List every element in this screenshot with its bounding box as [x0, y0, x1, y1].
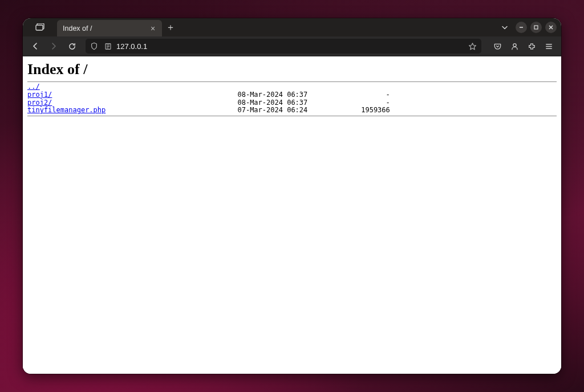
nav-back-button[interactable] — [27, 38, 43, 54]
save-to-pocket-icon[interactable] — [489, 38, 505, 54]
tracking-protection-icon[interactable] — [89, 42, 99, 50]
tabs-dropdown-button[interactable] — [496, 18, 513, 36]
desktop-background: Index of / × ＋ — [0, 0, 584, 392]
browser-tab[interactable]: Index of / × — [57, 20, 162, 36]
window-maximize-button[interactable] — [530, 22, 542, 33]
svg-line-4 — [549, 26, 553, 29]
window-close-button[interactable] — [545, 22, 557, 33]
address-bar[interactable]: 127.0.0.1 — [86, 39, 481, 54]
toolbar-right-icons — [487, 38, 557, 54]
parent-dir-link[interactable]: ../ — [27, 83, 40, 91]
window-minimize-button[interactable] — [516, 22, 527, 33]
divider — [27, 116, 557, 116]
titlebar: Index of / × ＋ — [23, 18, 561, 36]
app-menu-icon[interactable] — [541, 38, 557, 54]
tab-overview-button[interactable] — [23, 18, 57, 36]
page-title: Index of / — [27, 61, 557, 78]
tab-title: Index of / — [63, 24, 144, 32]
document: Index of / ../ proj1/ 08-Mar-2024 06:37 … — [23, 56, 561, 122]
bookmark-star-icon[interactable] — [467, 42, 478, 51]
account-icon[interactable] — [506, 38, 522, 54]
nav-forward-button[interactable] — [46, 38, 62, 54]
site-info-icon[interactable] — [103, 43, 113, 50]
page-viewport[interactable]: Index of / ../ proj1/ 08-Mar-2024 06:37 … — [23, 56, 561, 374]
extensions-icon[interactable] — [524, 38, 540, 54]
nav-reload-button[interactable] — [64, 38, 80, 54]
tab-close-button[interactable]: × — [148, 24, 157, 32]
svg-point-9 — [513, 43, 516, 46]
window-controls — [513, 18, 561, 36]
toolbar: 127.0.0.1 — [23, 36, 561, 56]
address-text: 127.0.0.1 — [116, 42, 463, 51]
new-tab-button[interactable]: ＋ — [162, 18, 179, 36]
listing-entry-link[interactable]: tinyfilemanager.php — [27, 106, 106, 114]
listing-entry-link[interactable]: proj2/ — [27, 99, 52, 107]
svg-rect-0 — [36, 25, 43, 30]
browser-window: Index of / × ＋ — [23, 18, 561, 374]
svg-rect-5 — [106, 43, 111, 49]
divider — [27, 81, 557, 82]
titlebar-spacer — [179, 18, 496, 36]
svg-line-3 — [549, 26, 553, 29]
directory-listing: ../ proj1/ 08-Mar-2024 06:37 - proj2/ 08… — [27, 83, 557, 115]
svg-rect-2 — [534, 26, 538, 29]
listing-entry-link[interactable]: proj1/ — [27, 91, 52, 99]
